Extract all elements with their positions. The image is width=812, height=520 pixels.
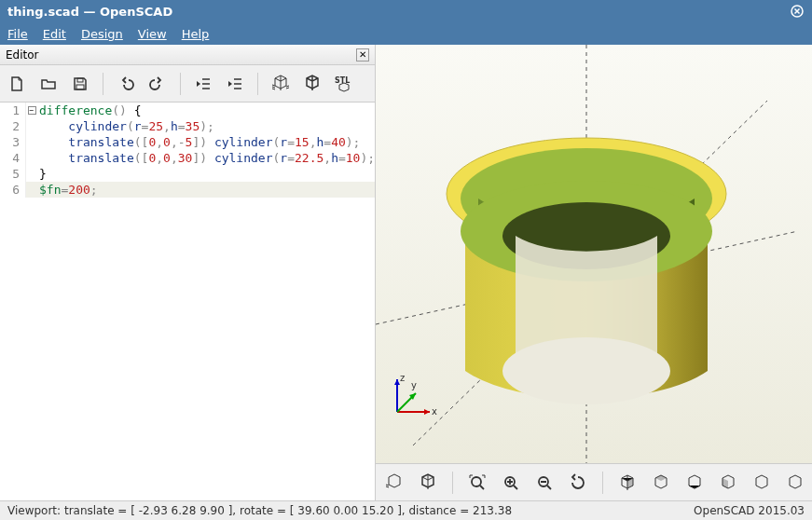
redo-icon[interactable] bbox=[146, 73, 169, 95]
window-title: thing.scad — OpenSCAD bbox=[7, 5, 790, 19]
editor-header: Editor ✕ bbox=[0, 45, 375, 65]
menu-view[interactable]: View bbox=[138, 27, 167, 41]
viewport-status: Viewport: translate = [ -2.93 6.28 9.90 … bbox=[7, 504, 694, 517]
render-icon[interactable] bbox=[301, 73, 323, 95]
top-view-icon[interactable] bbox=[650, 472, 672, 494]
save-icon[interactable] bbox=[69, 73, 91, 95]
axes-gizmo: x z y bbox=[383, 370, 439, 426]
undo-icon[interactable] bbox=[115, 73, 137, 95]
back-view-icon[interactable] bbox=[784, 472, 806, 494]
zoom-in-icon[interactable] bbox=[500, 472, 522, 494]
menu-help[interactable]: Help bbox=[182, 27, 210, 41]
left-view-icon[interactable] bbox=[717, 472, 739, 494]
new-icon[interactable] bbox=[6, 73, 28, 95]
svg-marker-13 bbox=[424, 409, 430, 415]
svg-point-21 bbox=[472, 477, 481, 486]
line-number: 2 bbox=[0, 118, 26, 134]
editor-title: Editor bbox=[6, 48, 356, 62]
editor-toolbar: STL bbox=[0, 65, 375, 103]
editor-panel: Editor ✕ STL 1−difference() { 2 cylinder… bbox=[0, 45, 376, 500]
line-number: 3 bbox=[0, 134, 26, 150]
preview-icon[interactable] bbox=[269, 73, 292, 95]
render-icon[interactable] bbox=[417, 472, 439, 494]
unindent-icon[interactable] bbox=[192, 73, 214, 95]
titlebar: thing.scad — OpenSCAD bbox=[0, 0, 812, 22]
statusbar: Viewport: translate = [ -2.93 6.28 9.90 … bbox=[0, 500, 812, 520]
menu-edit[interactable]: Edit bbox=[43, 27, 66, 41]
svg-text:y: y bbox=[411, 380, 417, 390]
zoom-out-icon[interactable] bbox=[533, 472, 556, 494]
3d-viewport[interactable]: x z y bbox=[376, 45, 812, 463]
close-icon[interactable] bbox=[790, 4, 805, 19]
line-number: 5 bbox=[0, 166, 26, 182]
menubar: File Edit Design View Help bbox=[0, 22, 812, 45]
menu-design[interactable]: Design bbox=[81, 27, 123, 41]
reset-view-icon[interactable] bbox=[567, 472, 589, 494]
right-view-icon[interactable] bbox=[616, 472, 639, 494]
bottom-view-icon[interactable] bbox=[683, 472, 706, 494]
view-all-icon[interactable] bbox=[466, 472, 489, 494]
code-editor[interactable]: 1−difference() { 2 cylinder(r=25,h=35); … bbox=[0, 103, 375, 500]
viewer-toolbar bbox=[376, 463, 812, 500]
open-icon[interactable] bbox=[37, 73, 60, 95]
indent-icon[interactable] bbox=[224, 73, 246, 95]
fold-icon[interactable]: − bbox=[28, 106, 36, 115]
svg-point-11 bbox=[502, 337, 670, 404]
line-number: 4 bbox=[0, 150, 26, 166]
menu-file[interactable]: File bbox=[7, 27, 28, 41]
svg-text:z: z bbox=[400, 373, 405, 383]
front-view-icon[interactable] bbox=[750, 472, 773, 494]
viewer-panel: x z y bbox=[376, 45, 812, 500]
version-label: OpenSCAD 2015.03 bbox=[694, 504, 805, 517]
stl-icon[interactable]: STL bbox=[333, 73, 355, 95]
line-number: 1 bbox=[0, 103, 26, 118]
preview-icon[interactable] bbox=[383, 472, 406, 494]
svg-text:x: x bbox=[432, 406, 437, 417]
line-number: 6 bbox=[0, 182, 26, 198]
editor-close-icon[interactable]: ✕ bbox=[356, 48, 369, 62]
